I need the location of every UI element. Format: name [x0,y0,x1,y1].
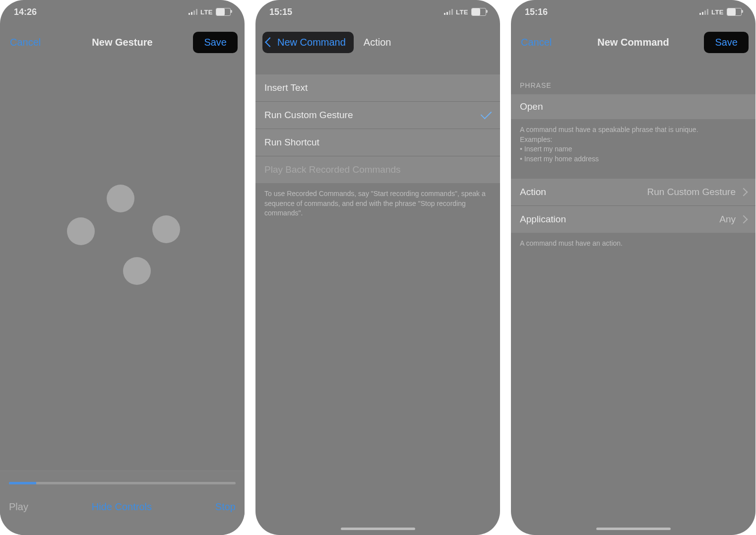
play-button[interactable]: Play [9,501,28,513]
home-indicator[interactable] [341,528,415,530]
option-label: Run Custom Gesture [264,110,353,121]
back-label: New Command [277,37,346,48]
row-application[interactable]: Application Any [511,206,756,233]
action-option-run-custom-gesture[interactable]: Run Custom Gesture [255,102,500,129]
nav-bar: Cancel New Command Save [511,26,756,59]
phrase-help: A command must have a speakable phrase t… [511,119,756,170]
status-time: 14:26 [14,7,37,17]
option-label: Insert Text [264,82,308,93]
new-command-form: PHRASE Open A command must have a speaka… [511,74,756,535]
status-indicators: LTE [189,8,231,16]
nav-bar: Cancel New Gesture Save [0,26,245,59]
gesture-controls: Play Hide Controls Stop [0,470,245,535]
phrase-input[interactable]: Open [511,94,756,119]
recorded-commands-help: To use Recorded Commands, say "Start rec… [255,183,500,224]
status-time: 15:15 [269,7,292,17]
status-bar: 15:16 LTE [511,0,756,24]
action-option-run-shortcut[interactable]: Run Shortcut [255,129,500,156]
network-label: LTE [711,8,724,16]
battery-icon [471,8,486,16]
row-action[interactable]: Action Run Custom Gesture [511,179,756,206]
gesture-canvas[interactable] [0,60,245,470]
network-label: LTE [200,8,213,16]
checkmark-icon [481,108,492,120]
back-button[interactable]: New Command [262,32,354,53]
row-value: Any [719,214,736,225]
save-button[interactable]: Save [193,32,238,53]
signal-icon [189,9,197,15]
status-indicators: LTE [444,8,486,16]
cancel-button[interactable]: Cancel [7,32,44,53]
cancel-button[interactable]: Cancel [518,32,555,53]
battery-icon [216,8,231,16]
chevron-left-icon [265,37,275,47]
touch-point [152,215,180,243]
screen-action-picker: 15:15 LTE New Command Action Insert Text [255,0,500,535]
action-list: Insert Text Run Custom Gesture Run Short… [255,74,500,535]
signal-icon [444,9,453,15]
option-label: Run Shortcut [264,137,319,148]
network-label: LTE [456,8,468,16]
phrase-header: PHRASE [511,74,756,94]
battery-icon [727,8,742,16]
screen-new-gesture: 14:26 LTE Cancel New Gesture Save [0,0,245,535]
nav-bar: New Command Action [255,26,500,59]
signal-icon [699,9,708,15]
status-time: 15:16 [525,7,548,17]
touch-point [107,185,134,212]
action-option-play-back-recorded: Play Back Recorded Commands [255,156,500,183]
row-label: Application [520,214,566,225]
nav-title: Action [364,37,391,48]
action-help: A command must have an action. [511,233,756,255]
status-bar: 15:15 LTE [255,0,500,24]
touch-point [123,257,151,285]
touch-point [67,217,95,245]
status-indicators: LTE [699,8,742,16]
chevron-right-icon [740,215,748,224]
hide-controls-button[interactable]: Hide Controls [92,501,152,513]
row-label: Action [520,187,546,198]
save-button[interactable]: Save [704,32,749,53]
screen-new-command: 15:16 LTE Cancel New Command Save PHRASE… [511,0,756,535]
home-indicator[interactable] [596,528,671,530]
chevron-right-icon [740,188,748,197]
action-option-insert-text[interactable]: Insert Text [255,74,500,102]
stop-button[interactable]: Stop [215,501,236,513]
option-label: Play Back Recorded Commands [264,164,401,175]
gesture-progress[interactable] [9,482,236,484]
status-bar: 14:26 LTE [0,0,245,24]
row-value: Run Custom Gesture [647,187,736,198]
